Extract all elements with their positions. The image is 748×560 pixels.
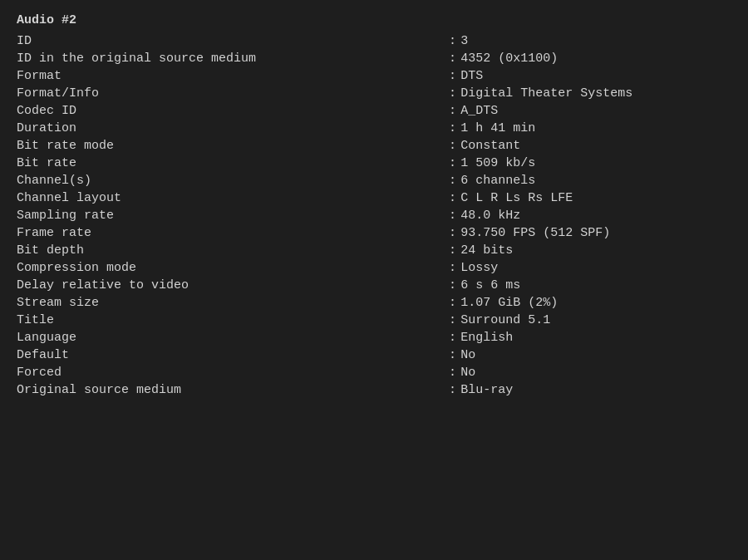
row-colon: :: [449, 32, 460, 50]
info-table: ID:3ID in the original source medium:435…: [17, 32, 731, 399]
row-label: Language: [17, 329, 449, 346]
row-value: No: [460, 364, 731, 381]
table-row: ID:3: [17, 32, 731, 50]
row-colon: :: [449, 329, 460, 346]
row-label: ID in the original source medium: [17, 50, 449, 67]
row-value: 48.0 kHz: [460, 207, 731, 224]
table-row: Default:No: [17, 346, 731, 364]
row-colon: :: [449, 207, 460, 224]
row-colon: :: [449, 294, 460, 312]
row-colon: :: [449, 364, 460, 381]
row-colon: :: [449, 120, 460, 137]
row-label: ID: [17, 32, 449, 50]
table-row: Language:English: [17, 329, 731, 346]
row-colon: :: [449, 381, 460, 399]
table-row: Duration:1 h 41 min: [17, 120, 731, 137]
row-colon: :: [449, 85, 460, 102]
row-value: 6 channels: [460, 172, 731, 189]
row-label: Default: [17, 346, 449, 364]
table-row: Format/Info:Digital Theater Systems: [17, 85, 731, 102]
row-value: 1.07 GiB (2%): [460, 294, 731, 312]
table-row: Original source medium:Blu-ray: [17, 381, 731, 399]
row-label: Stream size: [17, 294, 449, 312]
row-label: Original source medium: [17, 381, 449, 399]
row-value: 1 509 kb/s: [460, 155, 731, 172]
table-row: ID in the original source medium:4352 (0…: [17, 50, 731, 67]
row-colon: :: [449, 224, 460, 242]
row-value: 24 bits: [460, 242, 731, 259]
table-row: Channel(s):6 channels: [17, 172, 731, 189]
row-label: Frame rate: [17, 224, 449, 242]
row-value: Constant: [460, 137, 731, 155]
row-label: Bit rate: [17, 155, 449, 172]
row-value: C L R Ls Rs LFE: [460, 189, 731, 207]
row-label: Format: [17, 67, 449, 85]
row-value: 6 s 6 ms: [460, 277, 731, 294]
row-label: Forced: [17, 364, 449, 381]
row-label: Bit depth: [17, 242, 449, 259]
row-colon: :: [449, 346, 460, 364]
row-value: Lossy: [460, 259, 731, 277]
row-label: Delay relative to video: [17, 277, 449, 294]
table-row: Frame rate:93.750 FPS (512 SPF): [17, 224, 731, 242]
row-label: Title: [17, 312, 449, 329]
table-row: Forced:No: [17, 364, 731, 381]
row-colon: :: [449, 50, 460, 67]
table-row: Bit rate mode:Constant: [17, 137, 731, 155]
row-label: Duration: [17, 120, 449, 137]
row-label: Channel layout: [17, 189, 449, 207]
row-value: Blu-ray: [460, 381, 731, 399]
row-colon: :: [449, 67, 460, 85]
row-label: Sampling rate: [17, 207, 449, 224]
row-colon: :: [449, 312, 460, 329]
row-colon: :: [449, 155, 460, 172]
row-label: Codec ID: [17, 102, 449, 120]
row-value: A_DTS: [460, 102, 731, 120]
row-colon: :: [449, 172, 460, 189]
table-row: Codec ID:A_DTS: [17, 102, 731, 120]
table-row: Title:Surround 5.1: [17, 312, 731, 329]
row-value: DTS: [460, 67, 731, 85]
row-colon: :: [449, 277, 460, 294]
row-colon: :: [449, 189, 460, 207]
table-row: Compression mode:Lossy: [17, 259, 731, 277]
row-value: No: [460, 346, 731, 364]
row-value: English: [460, 329, 731, 346]
table-row: Delay relative to video:6 s 6 ms: [17, 277, 731, 294]
row-value: 1 h 41 min: [460, 120, 731, 137]
table-row: Format:DTS: [17, 67, 731, 85]
row-colon: :: [449, 137, 460, 155]
row-value: Digital Theater Systems: [460, 85, 731, 102]
table-row: Bit depth:24 bits: [17, 242, 731, 259]
row-label: Bit rate mode: [17, 137, 449, 155]
row-value: 3: [460, 32, 731, 50]
row-label: Channel(s): [17, 172, 449, 189]
row-value: 4352 (0x1100): [460, 50, 731, 67]
row-value: Surround 5.1: [460, 312, 731, 329]
table-row: Channel layout:C L R Ls Rs LFE: [17, 189, 731, 207]
row-value: 93.750 FPS (512 SPF): [460, 224, 731, 242]
row-colon: :: [449, 102, 460, 120]
row-colon: :: [449, 259, 460, 277]
section-title: Audio #2: [17, 13, 731, 27]
row-label: Compression mode: [17, 259, 449, 277]
table-row: Sampling rate:48.0 kHz: [17, 207, 731, 224]
row-colon: :: [449, 242, 460, 259]
row-label: Format/Info: [17, 85, 449, 102]
table-row: Bit rate:1 509 kb/s: [17, 155, 731, 172]
table-row: Stream size:1.07 GiB (2%): [17, 294, 731, 312]
